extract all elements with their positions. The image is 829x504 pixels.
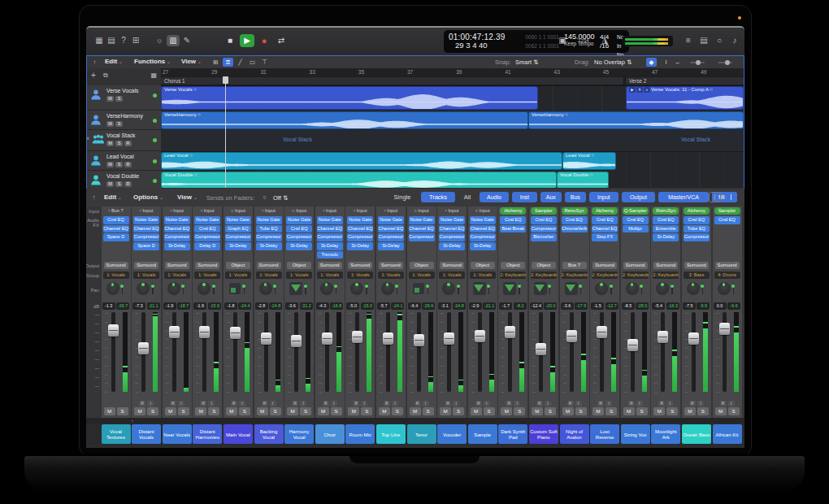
channel-strip-custom-soft-piano[interactable]: SamplerCnsl EQCompressorBitcrusherObject… — [529, 206, 558, 418]
audio-fx-slot[interactable]: Channel EQ — [592, 225, 618, 233]
pan-control[interactable] — [718, 282, 731, 296]
output-slot[interactable]: Surround — [440, 262, 464, 269]
track-m-button[interactable]: M — [106, 96, 114, 102]
pan-control[interactable] — [320, 282, 334, 296]
fader-cap[interactable] — [658, 331, 668, 343]
stop-button[interactable]: ■ — [223, 34, 237, 47]
pencil-tool-icon[interactable]: ✎ — [180, 35, 193, 46]
strip-mute-button[interactable]: M — [623, 407, 635, 415]
pan-knob[interactable] — [442, 282, 455, 295]
fader-track[interactable] — [264, 312, 268, 392]
input-slot[interactable]: ○ Input — [468, 207, 497, 215]
mixer-menu-view[interactable]: View⌄ — [177, 193, 197, 201]
audio-fx-slot[interactable]: Noise Gate — [378, 216, 404, 224]
pan-side-slider[interactable] — [305, 284, 306, 294]
fader-cap[interactable] — [352, 331, 362, 343]
strip-mute-button[interactable]: M — [226, 407, 237, 415]
pan-control[interactable] — [412, 282, 426, 296]
strip-solo-button[interactable]: S — [545, 407, 556, 415]
pan-knob[interactable] — [718, 282, 731, 295]
audio-fx-slot[interactable]: Compressor — [256, 233, 282, 241]
ibeam-tool-icon[interactable]: I — [661, 58, 671, 67]
input-slot[interactable]: ▫ Input — [132, 207, 161, 215]
pan-side-slider[interactable] — [397, 284, 398, 294]
take-folder-button[interactable]: ▶ — [629, 87, 636, 93]
pan-control[interactable] — [503, 282, 517, 296]
group-slot[interactable]: 1: Vocals — [103, 272, 129, 279]
strip-mute-button[interactable]: M — [134, 407, 145, 415]
track-s-button[interactable]: S — [115, 181, 123, 187]
media-browser-icon[interactable]: ♪ — [728, 35, 741, 46]
strip-solo-button[interactable]: S — [178, 407, 189, 415]
output-slot[interactable]: Object — [471, 262, 495, 269]
input-slot[interactable]: ▫ Input — [345, 207, 375, 215]
strip-mute-button[interactable]: M — [532, 407, 543, 415]
channel-strip-room-mic[interactable]: ▫ InputNoise GateChannel EQCompressorSt-… — [345, 206, 375, 418]
group-slot[interactable]: 1: Vocals — [347, 272, 373, 279]
note-pads-icon[interactable]: ▤ — [697, 35, 710, 46]
track-m-button[interactable]: M — [106, 121, 114, 127]
pan-control[interactable] — [565, 282, 579, 296]
track-header-settings-icon[interactable]: ▦ — [150, 72, 157, 79]
strip-mute-button[interactable]: M — [562, 407, 574, 415]
strip-name-night-of-avalon[interactable]: Night of Avalon — [560, 424, 589, 444]
pan-control[interactable] — [228, 282, 242, 296]
pan-side-slider[interactable] — [488, 284, 490, 294]
pan-control[interactable] — [534, 282, 548, 296]
strip-name-moonlight-ark[interactable]: Moonlight Ark — [651, 424, 680, 444]
fader-cap[interactable] — [291, 335, 302, 347]
strip-solo-button[interactable]: S — [484, 407, 495, 415]
output-slot[interactable]: Object — [226, 262, 250, 269]
fader-track[interactable] — [294, 312, 298, 392]
quick-help-icon[interactable]: ? — [117, 35, 130, 46]
audio-fx-slot[interactable]: Beat Break — [500, 225, 526, 233]
audio-fx-slot[interactable]: Compressor — [378, 233, 404, 241]
playhead-handle[interactable] — [223, 76, 228, 84]
vzoom-slider[interactable] — [690, 62, 705, 63]
fader-cap[interactable] — [169, 326, 180, 338]
audio-fx-slot[interactable]: St-Delay — [225, 242, 251, 250]
pan-knob[interactable] — [350, 282, 363, 295]
audio-fx-slot[interactable]: Channel EQ — [164, 225, 190, 233]
power-icon[interactable]: ○ — [261, 193, 268, 202]
fader-track[interactable] — [325, 312, 329, 392]
strip-name-distant-vocals[interactable]: Distant Vocals — [132, 424, 161, 444]
strip-solo-button[interactable]: S — [728, 407, 740, 415]
strip-name-tenor[interactable]: Tenor — [407, 424, 436, 444]
segment-single[interactable]: Single — [385, 192, 419, 202]
pan-knob[interactable] — [381, 282, 394, 295]
segment-all[interactable]: All — [457, 192, 478, 202]
channel-strip-near-vocals[interactable]: ▫ InputNoise GateChannel EQCompressorSt-… — [163, 206, 192, 418]
single-pane-icon[interactable] — [709, 192, 721, 202]
instrument-slot[interactable]: RetroSyn — [562, 207, 588, 215]
output-slot[interactable]: Surround — [257, 262, 281, 269]
audio-fx-slot[interactable]: Noise Gate — [439, 216, 465, 224]
playhead[interactable] — [225, 76, 226, 188]
group-slot[interactable]: 2: Keyboards — [500, 272, 526, 279]
fader-track[interactable] — [386, 312, 390, 392]
output-slot[interactable]: Object — [501, 262, 525, 269]
strip-mute-button[interactable]: M — [318, 407, 329, 415]
pan-side-slider[interactable] — [366, 284, 367, 294]
pan-knob[interactable] — [626, 282, 639, 295]
track-r-button[interactable]: R — [124, 162, 132, 167]
group-slot[interactable]: 1: Vocals — [378, 272, 404, 279]
channel-strip-moonlight-ark[interactable]: RetroSynCnsl EQEnsembleSt-DelaySurround2… — [651, 206, 680, 418]
audio-fx-slot[interactable]: Noise Gate — [286, 216, 312, 224]
audio-fx-slot[interactable]: St-Delay — [286, 242, 312, 250]
track-header-verse-vocals[interactable]: Verse VocalsMS — [87, 85, 161, 111]
channel-strip-sample[interactable]: ○ InputNoise GateChannel EQCompressorSt-… — [468, 206, 497, 418]
fader-track[interactable] — [508, 312, 512, 392]
fader-track[interactable] — [355, 312, 359, 392]
fader-cap[interactable] — [199, 326, 210, 338]
track-m-button[interactable]: M — [106, 162, 114, 167]
audio-fx-slot[interactable]: Multipr — [623, 225, 649, 233]
region-vocal-double[interactable]: Vocal Double ○ — [161, 172, 557, 188]
surround-panner[interactable] — [534, 282, 547, 295]
object-panner[interactable] — [412, 282, 425, 295]
audio-fx-slot[interactable]: Cnsl EQ — [714, 216, 740, 224]
channel-strip-lost-reverse[interactable]: AlchemyCnsl EQChannel EQStep FXSurround2… — [590, 206, 619, 418]
pan-control[interactable] — [167, 282, 181, 296]
pan-side-slider[interactable] — [733, 284, 735, 294]
add-tracks-icon[interactable]: ⊞ — [129, 35, 142, 46]
